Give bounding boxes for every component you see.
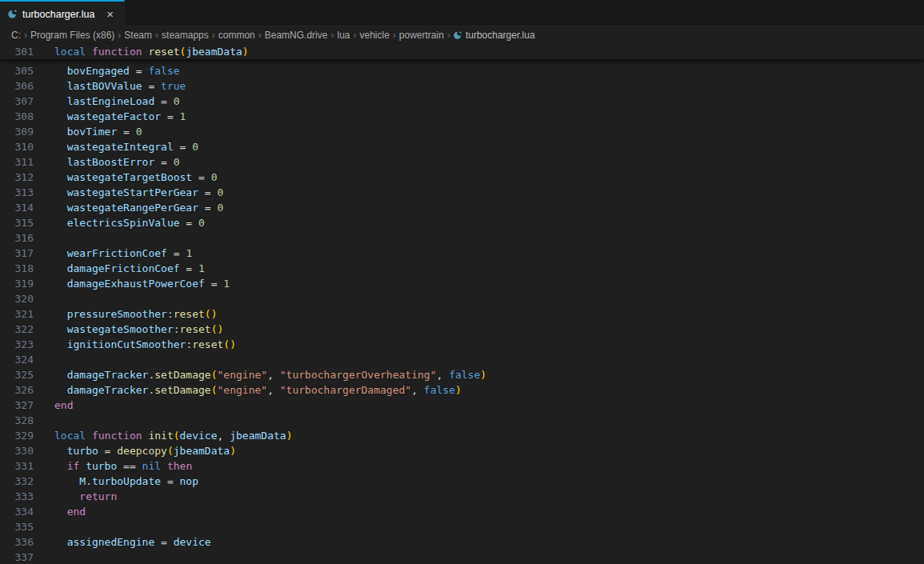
code-line[interactable]: 309 bovTimer = 0 <box>0 124 924 139</box>
code-line[interactable]: 319 damageExhaustPowerCoef = 1 <box>0 276 924 291</box>
breadcrumb-item[interactable]: steamapps <box>161 30 210 41</box>
line-number[interactable]: 324 <box>0 352 34 367</box>
code-line[interactable]: 328 <box>0 413 924 428</box>
code-line[interactable]: 317 wearFrictionCoef = 1 <box>0 246 924 261</box>
breadcrumb-item[interactable]: lua <box>336 30 350 41</box>
line-number[interactable]: 320 <box>0 291 34 306</box>
line-number[interactable]: 318 <box>0 261 34 276</box>
line-number[interactable]: 327 <box>0 398 34 413</box>
line-number[interactable]: 309 <box>0 124 34 139</box>
sticky-line[interactable]: 301local function reset(jbeamData) <box>0 44 924 59</box>
code-line[interactable]: 323 ignitionCutSmoother:reset() <box>0 337 924 352</box>
breadcrumb: C:›Program Files (x86)›Steam›steamapps›c… <box>0 26 924 44</box>
code-line[interactable]: 324 <box>0 352 924 367</box>
code-line[interactable]: 314 wastegateRangePerGear = 0 <box>0 200 924 215</box>
code-line[interactable]: 315 electricsSpinValue = 0 <box>0 215 924 230</box>
line-content: lastEngineLoad = 0 <box>34 94 180 109</box>
code-line[interactable]: 321 pressureSmoother:reset() <box>0 306 924 322</box>
line-content: lastBOVValue = true <box>34 78 186 94</box>
line-number[interactable]: 311 <box>0 154 34 170</box>
code-line[interactable]: 305 bovEngaged = false <box>0 63 924 78</box>
line-number[interactable]: 336 <box>0 534 34 550</box>
code-line[interactable]: 334 end <box>0 504 924 519</box>
line-number[interactable]: 331 <box>0 458 34 474</box>
code-line[interactable]: 329local function init(device, jbeamData… <box>0 428 924 443</box>
line-number[interactable]: 306 <box>0 78 34 94</box>
line-number[interactable]: 319 <box>0 276 34 291</box>
code-line[interactable]: 320 <box>0 291 924 306</box>
line-content: damageFrictionCoef = 1 <box>34 261 205 276</box>
code-line[interactable]: 336 assignedEngine = device <box>0 534 924 550</box>
line-content: wastegateTargetBoost = 0 <box>34 170 218 185</box>
line-content: local function reset(jbeamData) <box>34 44 249 59</box>
breadcrumb-item[interactable]: Program Files (x86) <box>30 30 115 41</box>
line-content: damageTracker.setDamage("engine", "turbo… <box>34 367 486 382</box>
line-number[interactable]: 310 <box>0 139 34 154</box>
line-number[interactable]: 321 <box>0 306 34 322</box>
line-content: M.turboUpdate = nop <box>34 474 198 489</box>
code-line[interactable]: 335 <box>0 519 924 534</box>
code-line[interactable]: 331 if turbo == nil then <box>0 458 924 474</box>
code-line[interactable]: 311 lastBoostError = 0 <box>0 154 924 170</box>
line-number[interactable]: 329 <box>0 428 34 443</box>
line-number[interactable]: 322 <box>0 322 34 337</box>
line-content: return <box>34 489 117 504</box>
line-number[interactable]: 307 <box>0 94 34 109</box>
code-line[interactable]: 318 damageFrictionCoef = 1 <box>0 261 924 276</box>
code-line[interactable]: 313 wastegateStartPerGear = 0 <box>0 185 924 200</box>
line-number[interactable]: 325 <box>0 367 34 382</box>
code-line[interactable]: 308 wastegateFactor = 1 <box>0 109 924 124</box>
code-line[interactable]: 333 return <box>0 489 924 504</box>
line-number[interactable]: 301 <box>0 44 34 59</box>
code-line[interactable]: 332 M.turboUpdate = nop <box>0 474 924 489</box>
code-line[interactable]: 330 turbo = deepcopy(jbeamData) <box>0 443 924 458</box>
breadcrumb-item[interactable]: BeamNG.drive <box>264 30 329 41</box>
tab-turbocharger-lua[interactable]: turbocharger.lua × <box>0 0 125 26</box>
chevron-right-icon: › <box>353 30 356 41</box>
line-content: wastegateFactor = 1 <box>34 109 186 124</box>
line-number[interactable]: 305 <box>0 63 34 78</box>
line-content: wastegateIntegral = 0 <box>34 139 198 154</box>
code-editor-window: turbocharger.lua × C:›Program Files (x86… <box>0 0 924 564</box>
breadcrumb-item[interactable]: common <box>218 30 256 41</box>
chevron-right-icon: › <box>258 30 262 41</box>
line-number[interactable]: 315 <box>0 215 34 230</box>
chevron-right-icon: › <box>118 30 121 41</box>
sticky-scroll[interactable]: 301local function reset(jbeamData) <box>0 44 924 59</box>
breadcrumb-item[interactable]: powertrain <box>398 30 445 41</box>
line-number[interactable]: 308 <box>0 109 34 124</box>
line-content: wearFrictionCoef = 1 <box>34 246 192 261</box>
line-number[interactable]: 330 <box>0 443 34 458</box>
close-icon[interactable]: × <box>104 7 116 21</box>
line-number[interactable]: 323 <box>0 337 34 352</box>
line-content <box>34 550 54 564</box>
code-line[interactable]: 307 lastEngineLoad = 0 <box>0 94 924 109</box>
line-number[interactable]: 328 <box>0 413 34 428</box>
code-line[interactable]: 337 <box>0 550 924 564</box>
line-number[interactable]: 326 <box>0 382 34 398</box>
code-line[interactable]: 326 damageTracker.setDamage("engine", "t… <box>0 382 924 398</box>
line-number[interactable]: 313 <box>0 185 34 200</box>
line-number[interactable]: 316 <box>0 230 34 246</box>
code-line[interactable]: 306 lastBOVValue = true <box>0 78 924 94</box>
chevron-right-icon: › <box>24 30 27 41</box>
code-line[interactable]: 312 wastegateTargetBoost = 0 <box>0 170 924 185</box>
line-number[interactable]: 332 <box>0 474 34 489</box>
breadcrumb-item[interactable]: vehicle <box>358 30 390 41</box>
code-line[interactable]: 316 <box>0 230 924 246</box>
code-line[interactable]: 325 damageTracker.setDamage("engine", "t… <box>0 367 924 382</box>
breadcrumb-item[interactable]: Steam <box>123 30 153 41</box>
line-number[interactable]: 337 <box>0 550 34 564</box>
breadcrumb-item[interactable]: C: <box>10 30 22 41</box>
code-line[interactable]: 310 wastegateIntegral = 0 <box>0 139 924 154</box>
code-line[interactable]: 322 wastegateSmoother:reset() <box>0 322 924 337</box>
line-number[interactable]: 335 <box>0 519 34 534</box>
line-number[interactable]: 317 <box>0 246 34 261</box>
line-number[interactable]: 314 <box>0 200 34 215</box>
editor[interactable]: 301local function reset(jbeamData) 305 b… <box>0 44 924 564</box>
line-number[interactable]: 312 <box>0 170 34 185</box>
code-line[interactable]: 327end <box>0 398 924 413</box>
line-number[interactable]: 334 <box>0 504 34 519</box>
line-number[interactable]: 333 <box>0 489 34 504</box>
breadcrumb-file[interactable]: turbocharger.lua <box>453 30 535 41</box>
